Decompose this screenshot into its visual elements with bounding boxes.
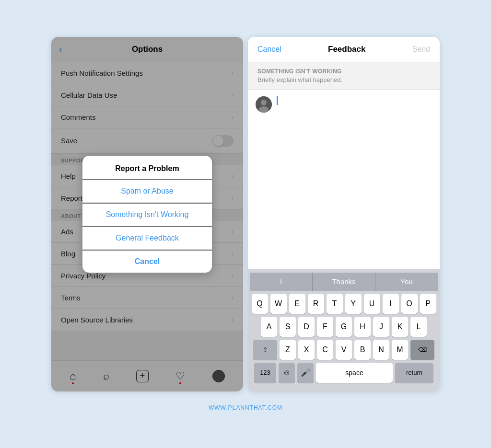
keyboard-row-4: 123 ☺ 🎤 space return bbox=[250, 363, 438, 383]
key-n[interactable]: N bbox=[373, 340, 389, 360]
key-mic[interactable]: 🎤 bbox=[297, 363, 314, 383]
text-cursor bbox=[277, 96, 278, 105]
keyboard-row-2: A S D F G H J K L bbox=[250, 317, 438, 337]
key-l[interactable]: L bbox=[410, 317, 427, 337]
key-a[interactable]: A bbox=[261, 317, 277, 337]
keyboard: I Thanks You Q W E R T Y U I O P A S bbox=[248, 269, 440, 391]
something-not-working-option[interactable]: Something Isn't Working bbox=[82, 203, 212, 226]
key-123[interactable]: 123 bbox=[254, 363, 276, 383]
key-k[interactable]: K bbox=[392, 317, 408, 337]
key-r[interactable]: R bbox=[308, 294, 324, 314]
key-o[interactable]: O bbox=[401, 294, 418, 314]
key-v[interactable]: V bbox=[336, 340, 352, 360]
key-j[interactable]: J bbox=[373, 317, 389, 337]
key-q[interactable]: Q bbox=[252, 294, 268, 314]
key-c[interactable]: C bbox=[317, 340, 333, 360]
key-w[interactable]: W bbox=[270, 294, 287, 314]
feedback-instruction: Briefly explain what happened. bbox=[257, 76, 430, 83]
key-y[interactable]: Y bbox=[345, 294, 362, 314]
keyboard-suggestions: I Thanks You bbox=[250, 273, 438, 291]
cancel-option[interactable]: Cancel bbox=[82, 250, 212, 273]
key-x[interactable]: X bbox=[298, 340, 315, 360]
key-space[interactable]: space bbox=[316, 363, 393, 383]
key-i[interactable]: I bbox=[383, 294, 399, 314]
user-avatar bbox=[256, 96, 272, 113]
feedback-send-button[interactable]: Send bbox=[412, 45, 430, 54]
key-backspace[interactable]: ⌫ bbox=[410, 340, 434, 360]
feedback-cancel-button[interactable]: Cancel bbox=[257, 45, 281, 54]
key-u[interactable]: U bbox=[364, 294, 380, 314]
key-b[interactable]: B bbox=[354, 340, 371, 360]
key-t[interactable]: T bbox=[327, 294, 343, 314]
feedback-category-label: SOMETHING ISN'T WORKING bbox=[257, 68, 430, 75]
feedback-title: Feedback bbox=[328, 45, 365, 54]
modal-title: Report a Problem bbox=[82, 156, 212, 179]
modal-overlay[interactable]: Report a Problem Spam or Abuse Something… bbox=[51, 37, 243, 391]
svg-point-1 bbox=[261, 100, 267, 105]
footer: WWW.PLANNTHAT.COM bbox=[209, 403, 282, 412]
key-h[interactable]: H bbox=[354, 317, 371, 337]
key-z[interactable]: Z bbox=[280, 340, 296, 360]
keyboard-row-1: Q W E R T Y U I O P bbox=[250, 294, 438, 314]
key-f[interactable]: F bbox=[317, 317, 333, 337]
key-d[interactable]: D bbox=[298, 317, 315, 337]
report-problem-modal: Report a Problem Spam or Abuse Something… bbox=[82, 156, 212, 273]
suggestion-i[interactable]: I bbox=[250, 273, 313, 291]
keyboard-row-3: ⇧ Z X C V B N M ⌫ bbox=[250, 340, 438, 360]
general-feedback-option[interactable]: General Feedback bbox=[82, 226, 212, 250]
key-g[interactable]: G bbox=[336, 317, 352, 337]
key-shift[interactable]: ⇧ bbox=[253, 340, 277, 360]
left-phone-screen: ‹ Options Push Notification Settings › C… bbox=[51, 37, 243, 391]
key-p[interactable]: P bbox=[420, 294, 436, 314]
key-s[interactable]: S bbox=[280, 317, 296, 337]
key-emoji[interactable]: ☺ bbox=[279, 363, 295, 383]
feedback-input-area[interactable] bbox=[248, 90, 440, 269]
footer-url: WWW.PLANNTHAT.COM bbox=[209, 404, 282, 411]
feedback-label-area: SOMETHING ISN'T WORKING Briefly explain … bbox=[248, 62, 440, 90]
right-phone-screen: Cancel Feedback Send SOMETHING ISN'T WOR… bbox=[248, 37, 440, 391]
suggestion-you[interactable]: You bbox=[375, 273, 438, 291]
key-m[interactable]: M bbox=[392, 340, 408, 360]
feedback-header: Cancel Feedback Send bbox=[248, 37, 440, 62]
key-return[interactable]: return bbox=[395, 363, 433, 383]
screenshots-container: ‹ Options Push Notification Settings › C… bbox=[51, 37, 440, 391]
suggestion-thanks[interactable]: Thanks bbox=[313, 273, 375, 291]
key-e[interactable]: E bbox=[289, 294, 305, 314]
spam-or-abuse-option[interactable]: Spam or Abuse bbox=[82, 179, 212, 203]
